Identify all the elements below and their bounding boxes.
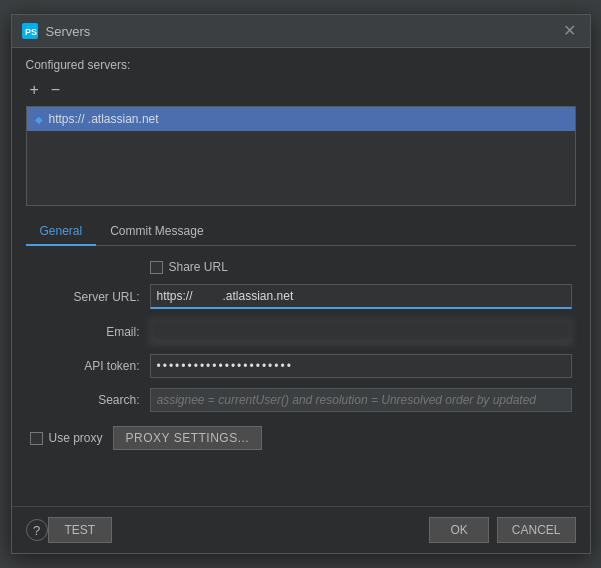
share-url-label: Share URL [169, 260, 228, 274]
search-label: Search: [30, 393, 150, 407]
proxy-settings-button[interactable]: PROXY SETTINGS... [113, 426, 263, 450]
footer-actions: OK CANCEL [429, 517, 575, 543]
ok-button[interactable]: OK [429, 517, 488, 543]
svg-text:PS: PS [25, 27, 37, 37]
dialog-title: Servers [46, 24, 559, 39]
share-url-row: Share URL [150, 260, 572, 274]
configured-label: Configured servers: [26, 58, 576, 72]
dialog-body: Configured servers: + − ◆ https:// .atla… [12, 48, 590, 506]
server-toolbar: + − [26, 80, 576, 100]
share-url-checkbox[interactable] [150, 261, 163, 274]
email-row: Email: [30, 319, 572, 344]
search-row: Search: [30, 388, 572, 412]
tab-commit-message[interactable]: Commit Message [96, 218, 217, 246]
tab-bar: General Commit Message [26, 218, 576, 246]
dialog-footer: ? TEST OK CANCEL [12, 506, 590, 553]
server-url-row: Server URL: [30, 284, 572, 309]
servers-dialog: PS Servers ✕ Configured servers: + − ◆ h… [11, 14, 591, 554]
server-item-url: https:// .atlassian.net [49, 112, 159, 126]
api-token-input[interactable] [150, 354, 572, 378]
email-input[interactable] [150, 319, 572, 344]
use-proxy-text: Use proxy [49, 431, 103, 445]
use-proxy-label: Use proxy [30, 431, 103, 445]
cancel-button[interactable]: CANCEL [497, 517, 576, 543]
server-url-label: Server URL: [30, 290, 150, 304]
server-list: ◆ https:// .atlassian.net [26, 106, 576, 206]
proxy-row: Use proxy PROXY SETTINGS... [30, 426, 572, 450]
tab-general[interactable]: General [26, 218, 97, 246]
title-bar: PS Servers ✕ [12, 15, 590, 48]
general-form: Share URL Server URL: Email: API token: … [26, 260, 576, 450]
test-button[interactable]: TEST [48, 517, 113, 543]
ps-icon: PS [22, 23, 38, 39]
server-icon: ◆ [35, 114, 43, 125]
remove-server-button[interactable]: − [47, 80, 64, 100]
add-server-button[interactable]: + [26, 80, 43, 100]
api-token-row: API token: [30, 354, 572, 378]
help-button[interactable]: ? [26, 519, 48, 541]
server-url-input[interactable] [150, 284, 572, 309]
api-token-label: API token: [30, 359, 150, 373]
email-label: Email: [30, 325, 150, 339]
use-proxy-checkbox[interactable] [30, 432, 43, 445]
close-button[interactable]: ✕ [559, 21, 580, 41]
server-list-item[interactable]: ◆ https:// .atlassian.net [27, 107, 575, 131]
footer-left: ? [26, 519, 48, 541]
search-input[interactable] [150, 388, 572, 412]
